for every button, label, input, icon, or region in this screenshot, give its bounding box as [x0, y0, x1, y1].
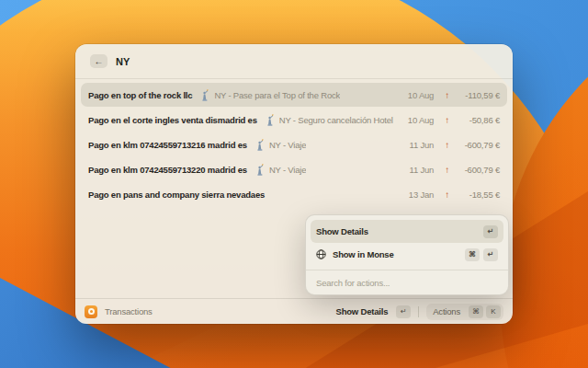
transaction-tag: NY - Pase para el Top of the Rock: [214, 90, 340, 100]
transaction-date: 10 Aug: [402, 90, 434, 100]
footer-divider: [418, 306, 419, 317]
transaction-title: Pago en klm 07424559713220 madrid es: [88, 165, 247, 175]
transaction-row[interactable]: Pago en top of the rock llc NY - Pase pa…: [81, 83, 507, 107]
outflow-arrow-icon: ↑: [445, 115, 449, 125]
k-key-icon: K: [486, 305, 501, 318]
actions-menu-button[interactable]: Actions ⌘ K: [426, 304, 503, 320]
actions-popup: Show Details ↵ Show in Monse ⌘ ↵: [305, 214, 509, 295]
outflow-arrow-icon: ↑: [445, 140, 449, 150]
actions-label: Actions: [433, 306, 460, 316]
transaction-date: 11 Jun: [402, 140, 434, 150]
command-key-icon: ⌘: [465, 248, 480, 261]
transaction-amount: -50,86 €: [452, 115, 500, 125]
back-button[interactable]: ←: [90, 54, 107, 68]
transaction-amount: -600,79 €: [452, 165, 500, 175]
page-title: NY: [116, 56, 130, 67]
transaction-title: Pago en top of the rock llc: [88, 90, 192, 100]
return-key-icon: ↵: [483, 225, 498, 238]
outflow-arrow-icon: ↑: [445, 190, 449, 200]
transaction-date: 10 Aug: [402, 115, 434, 125]
status-bar: Transactions Show Details ↵ Actions ⌘ K: [75, 298, 513, 324]
transaction-date: 11 Jun: [402, 165, 434, 175]
action-item-show-details[interactable]: Show Details ↵: [311, 220, 503, 243]
transaction-date: 13 Jan: [402, 190, 434, 200]
action-item-label: Show Details: [316, 226, 368, 236]
launcher-window: ← NY Pago en top of the rock llc NY - Pa…: [75, 44, 513, 324]
primary-action-button[interactable]: Show Details ↵: [336, 305, 412, 318]
transaction-title: Pago en klm 07424559713216 madrid es: [88, 140, 247, 150]
statue-of-liberty-icon: [255, 139, 265, 151]
primary-action-label: Show Details: [336, 306, 389, 316]
back-arrow-icon: ←: [95, 56, 104, 66]
transaction-title: Pago en pans and company sierra nevadaes: [88, 190, 265, 200]
globe-icon: [316, 249, 326, 259]
statue-of-liberty-icon: [200, 89, 209, 101]
statue-of-liberty-icon: [266, 114, 275, 126]
outflow-arrow-icon: ↑: [445, 90, 449, 100]
transaction-tag: NY - Viaje: [269, 140, 306, 150]
transaction-amount: -18,55 €: [452, 190, 500, 200]
transactions-app-icon: [85, 305, 97, 318]
transaction-amount: -600,79 €: [452, 140, 500, 150]
outflow-arrow-icon: ↑: [445, 165, 449, 175]
transaction-row[interactable]: Pago en pans and company sierra nevadaes…: [81, 182, 507, 206]
transaction-tag: NY - Viaje: [269, 165, 306, 175]
return-key-icon: ↵: [396, 305, 411, 318]
command-name-label: Transactions: [105, 306, 153, 316]
transaction-tag: NY - Seguro cancelación Hotel: [279, 115, 393, 125]
command-key-icon: ⌘: [469, 305, 483, 318]
actions-search-input[interactable]: [316, 278, 498, 288]
action-item-label: Show in Monse: [333, 249, 394, 259]
statue-of-liberty-icon: [255, 164, 265, 176]
transaction-amount: -110,59 €: [452, 90, 500, 100]
return-key-icon: ↵: [483, 248, 498, 261]
transaction-row[interactable]: Pago en klm 07424559713220 madrid es NY …: [81, 157, 507, 181]
transaction-row[interactable]: Pago en klm 07424559713216 madrid es NY …: [81, 132, 507, 156]
window-header: ← NY: [75, 44, 513, 79]
action-item-show-in-monse[interactable]: Show in Monse ⌘ ↵: [311, 243, 503, 266]
transaction-row[interactable]: Pago en el corte ingles venta dismadrid …: [81, 108, 507, 132]
transaction-title: Pago en el corte ingles venta dismadrid …: [88, 115, 257, 125]
